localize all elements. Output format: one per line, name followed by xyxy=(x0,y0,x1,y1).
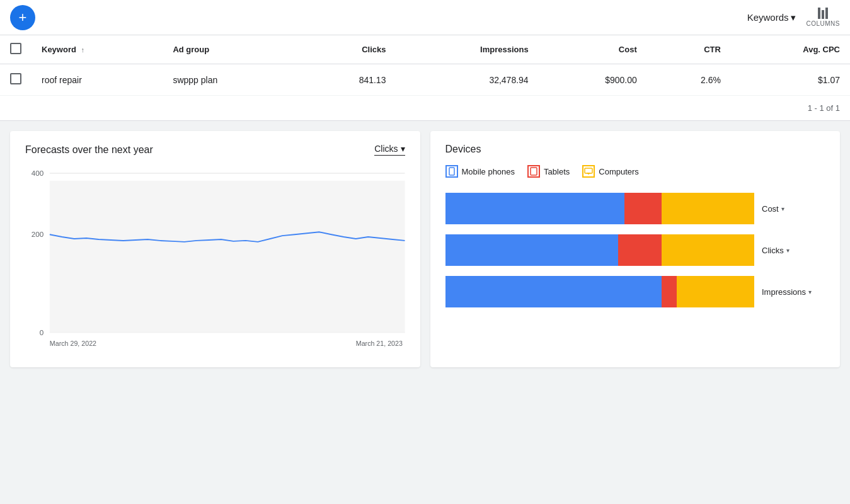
y-label-0: 0 xyxy=(40,328,44,336)
sort-arrow-icon: ↑ xyxy=(81,46,85,54)
forecast-panel: Forecasts over the next year Clicks ▾ 40… xyxy=(10,131,420,367)
keyword-col-label: Keyword xyxy=(42,45,76,54)
cell-clicks: 841.13 xyxy=(298,64,396,96)
col-header-keyword[interactable]: Keyword ↑ xyxy=(32,35,163,64)
avg-cpc-col-label: Avg. CPC xyxy=(803,45,840,54)
forecast-chevron-icon: ▾ xyxy=(401,144,405,154)
keywords-table: Keyword ↑ Ad group Clicks Impressions Co… xyxy=(0,35,850,96)
keywords-dropdown[interactable]: Keywords ▾ xyxy=(747,12,796,23)
cell-impressions: 32,478.94 xyxy=(396,64,538,96)
forecast-svg: 400 200 0 March 29, 2022 March 21, 2023 xyxy=(25,166,405,355)
bar-segment-2 xyxy=(677,276,754,307)
svg-rect-3 xyxy=(449,168,454,175)
col-header-avg-cpc[interactable]: Avg. CPC xyxy=(731,35,850,64)
bar-container-impressions xyxy=(445,276,755,307)
devices-title: Devices xyxy=(445,144,825,155)
ctr-col-label: CTR xyxy=(704,45,721,54)
bar-segment-1 xyxy=(662,276,677,307)
bottom-panels: Forecasts over the next year Clicks ▾ 40… xyxy=(0,121,850,377)
device-bar-row-impressions: Impressions▾ xyxy=(445,276,825,307)
add-button[interactable]: + xyxy=(10,5,35,30)
cell-ctr: 2.6% xyxy=(647,64,731,96)
bar-metric-text: Cost xyxy=(762,204,779,214)
cell-cost: $900.00 xyxy=(539,64,647,96)
pagination-text: 1 - 1 of 1 xyxy=(808,103,840,113)
bar-metric-text: Impressions xyxy=(762,287,806,297)
x-label-end: March 21, 2023 xyxy=(356,340,403,347)
toolbar: + Keywords ▾ COLUMNS xyxy=(0,0,850,35)
keywords-table-container: Keyword ↑ Ad group Clicks Impressions Co… xyxy=(0,35,850,121)
bar-segment-2 xyxy=(662,193,754,224)
col-bar-1 xyxy=(818,8,820,19)
cell-avg-cpc: $1.07 xyxy=(731,64,850,96)
columns-icon xyxy=(818,8,828,19)
y-label-200: 200 xyxy=(32,230,44,238)
bar-segment-1 xyxy=(624,193,662,224)
bar-container-cost xyxy=(445,193,755,224)
devices-panel: Devices Mobile phones Tablets Computers xyxy=(430,131,841,367)
row-checkbox-cell xyxy=(0,64,32,96)
cell-keyword: roof repair xyxy=(32,64,163,96)
col-bar-3 xyxy=(825,8,828,19)
col-header-cost[interactable]: Cost xyxy=(539,35,647,64)
devices-legend: Mobile phones Tablets Computers xyxy=(445,165,825,178)
mobile-phones-icon xyxy=(445,165,458,178)
bar-segment-0 xyxy=(445,234,619,266)
bars-container: Cost▾Clicks▾Impressions▾ xyxy=(445,193,825,307)
bar-label-cost[interactable]: Cost▾ xyxy=(762,204,825,214)
col-header-adgroup[interactable]: Ad group xyxy=(163,35,297,64)
svg-rect-5 xyxy=(585,168,592,173)
bar-segment-1 xyxy=(618,234,662,266)
header-checkbox-cell xyxy=(0,35,32,64)
computers-label: Computers xyxy=(599,167,639,176)
cost-col-label: Cost xyxy=(619,45,637,54)
table-row: roof repair swppp plan 841.13 32,478.94 … xyxy=(0,64,850,96)
bar-segment-0 xyxy=(445,193,624,224)
tablets-icon xyxy=(527,165,540,178)
table-body: roof repair swppp plan 841.13 32,478.94 … xyxy=(0,64,850,96)
bar-chevron-icon: ▾ xyxy=(808,289,812,295)
forecast-metric-label: Clicks xyxy=(374,144,398,154)
bar-chevron-icon: ▾ xyxy=(786,247,790,254)
columns-button[interactable]: COLUMNS xyxy=(806,8,840,27)
col-header-ctr[interactable]: CTR xyxy=(647,35,731,64)
forecast-title: Forecasts over the next year xyxy=(25,144,153,156)
pagination: 1 - 1 of 1 xyxy=(0,96,850,120)
forecast-chart: 400 200 0 March 29, 2022 March 21, 2023 xyxy=(25,166,405,355)
clicks-col-label: Clicks xyxy=(362,45,386,54)
mobile-phones-label: Mobile phones xyxy=(462,167,515,176)
computers-icon xyxy=(582,165,595,178)
bar-chevron-icon: ▾ xyxy=(781,205,784,212)
device-bar-row-clicks: Clicks▾ xyxy=(445,234,825,266)
columns-label: COLUMNS xyxy=(806,20,840,27)
keywords-chevron-icon: ▾ xyxy=(791,12,796,23)
legend-mobile: Mobile phones xyxy=(445,165,515,178)
svg-rect-4 xyxy=(531,168,537,175)
legend-tablets: Tablets xyxy=(527,165,570,178)
y-label-400: 400 xyxy=(32,169,44,177)
keywords-label: Keywords xyxy=(747,12,789,23)
toolbar-right: Keywords ▾ COLUMNS xyxy=(747,8,840,27)
col-bar-2 xyxy=(822,10,824,19)
bar-label-clicks[interactable]: Clicks▾ xyxy=(762,246,825,255)
x-label-start: March 29, 2022 xyxy=(50,340,96,347)
legend-computers: Computers xyxy=(582,165,639,178)
bar-metric-text: Clicks xyxy=(762,246,784,255)
col-header-impressions[interactable]: Impressions xyxy=(396,35,538,64)
bar-container-clicks xyxy=(445,234,755,266)
header-checkbox[interactable] xyxy=(10,43,21,54)
impressions-col-label: Impressions xyxy=(480,45,529,54)
col-header-clicks[interactable]: Clicks xyxy=(298,35,396,64)
forecast-metric-dropdown[interactable]: Clicks ▾ xyxy=(374,144,405,156)
adgroup-col-label: Ad group xyxy=(173,45,209,54)
device-bar-row-cost: Cost▾ xyxy=(445,193,825,224)
bar-label-impressions[interactable]: Impressions▾ xyxy=(762,287,825,297)
row-checkbox[interactable] xyxy=(10,73,21,84)
bar-segment-2 xyxy=(662,234,754,266)
bar-segment-0 xyxy=(445,276,662,307)
tablets-label: Tablets xyxy=(544,167,570,176)
table-header-row: Keyword ↑ Ad group Clicks Impressions Co… xyxy=(0,35,850,64)
forecast-header: Forecasts over the next year Clicks ▾ xyxy=(25,144,405,156)
cell-adgroup: swppp plan xyxy=(163,64,297,96)
